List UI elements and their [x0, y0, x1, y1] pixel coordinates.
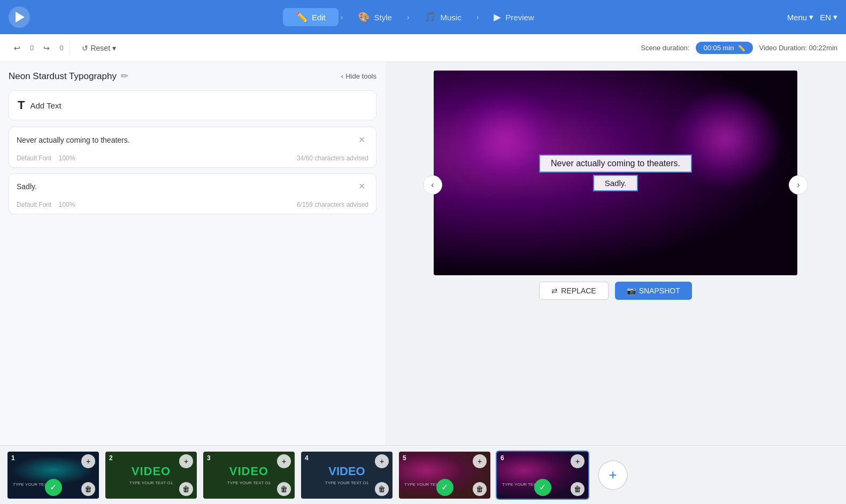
- video-duration: Video Duration: 00:22min: [759, 44, 837, 52]
- slide-4-number: 4: [305, 454, 309, 462]
- add-slide-button[interactable]: +: [598, 460, 628, 490]
- panel-header: Neon Stardust Typography ✏ ‹ Hide tools: [9, 71, 376, 82]
- menu-chevron-icon: ▾: [809, 12, 813, 22]
- snapshot-button[interactable]: 📷 SNAPSHOT: [615, 282, 692, 300]
- toolbar: ↩ 0 ↪ 0 ↺ Reset ▾ Scene duration: 00:05 …: [0, 34, 846, 62]
- slide-2-delete-button[interactable]: 🗑: [179, 482, 193, 496]
- slide-1-add-button[interactable]: +: [81, 454, 95, 468]
- pencil-icon: ✏️: [737, 44, 745, 52]
- text-entry-2-footer: Default Font 100% 6/159 characters advis…: [9, 199, 376, 214]
- music-icon: 🎵: [424, 11, 436, 23]
- hide-tools-label: Hide tools: [345, 72, 376, 80]
- preview-prev-button[interactable]: ‹: [423, 175, 442, 195]
- reset-icon: ↺: [82, 44, 88, 52]
- right-panel: Never actually coming to theaters. Sadly…: [385, 62, 846, 445]
- scene-duration-value: 00:05 min: [703, 44, 734, 52]
- nav-right: Menu ▾ EN ▾: [787, 12, 837, 22]
- slide-4-add-button[interactable]: +: [375, 454, 389, 468]
- add-text-header[interactable]: T Add Text: [18, 98, 367, 112]
- edit-icon: ✏️: [296, 11, 307, 23]
- text-entry-1-font-name: Default Font: [17, 154, 51, 162]
- edit-title-icon[interactable]: ✏: [121, 71, 128, 82]
- add-text-label: Add Text: [30, 101, 61, 110]
- scene-duration-label: Scene duration:: [641, 44, 689, 52]
- slide-6-delete-button[interactable]: 🗑: [571, 482, 584, 496]
- nav-step-edit[interactable]: ✏️ Edit: [283, 8, 339, 26]
- text-entry-2-font-name: Default Font: [17, 201, 51, 208]
- text-entry-2-font: Default Font 100%: [17, 201, 75, 208]
- panel-title-text: Neon Stardust Typography: [9, 71, 117, 82]
- replace-button[interactable]: ⇄ REPLACE: [539, 282, 608, 300]
- nav-step-edit-label: Edit: [312, 13, 326, 22]
- preview-text-line-2[interactable]: Sadly.: [593, 175, 639, 191]
- next-chevron-icon: ›: [797, 180, 799, 190]
- language-button[interactable]: EN ▾: [820, 12, 837, 22]
- chevron-icon-3: ›: [476, 13, 479, 21]
- lang-chevron-icon: ▾: [833, 12, 837, 22]
- preview-video: Never actually coming to theaters. Sadly…: [434, 71, 797, 275]
- add-text-box: T Add Text: [9, 90, 376, 120]
- preview-text-line-1[interactable]: Never actually coming to theaters.: [539, 154, 692, 173]
- slide-3-add-button[interactable]: +: [277, 454, 291, 468]
- lang-label: EN: [820, 13, 831, 22]
- text-entry-1-char-count: 34/60 characters advised: [297, 154, 368, 162]
- redo-icon: ↪: [43, 44, 50, 52]
- snapshot-icon: 📷: [627, 286, 636, 295]
- nav-step-preview[interactable]: ▶ Preview: [481, 8, 547, 26]
- slide-4-delete-button[interactable]: 🗑: [375, 482, 389, 496]
- slide-5-delete-button[interactable]: 🗑: [473, 482, 487, 496]
- text-entry-2-close-button[interactable]: ✕: [355, 180, 368, 192]
- preview-text-overlay: Never actually coming to theaters. Sadly…: [539, 154, 692, 191]
- redo-button[interactable]: ↪: [38, 41, 55, 56]
- reset-button[interactable]: ↺ Reset ▾: [76, 41, 121, 56]
- slide-2-label: VIDEO: [132, 464, 171, 478]
- text-entry-2-char-count: 6/159 characters advised: [297, 201, 368, 208]
- reset-chevron-icon: ▾: [112, 44, 116, 52]
- filmstrip-slide-1[interactable]: TYPE YOUR TEXT O... 1 + ✓ 🗑: [6, 451, 100, 500]
- scene-duration-badge[interactable]: 00:05 min ✏️: [696, 42, 752, 54]
- logo-icon: [16, 12, 25, 22]
- filmstrip-slide-5[interactable]: TYPE YOUR TEXT O... 5 + ✓ 🗑: [398, 451, 491, 500]
- text-entry-2-content[interactable]: Sadly.: [17, 182, 355, 191]
- style-icon: 🎨: [358, 11, 370, 23]
- text-entry-1-close-button[interactable]: ✕: [355, 134, 368, 146]
- slide-6-check: ✓: [534, 479, 551, 496]
- nav-step-music-label: Music: [440, 13, 461, 22]
- text-entry-1-top: Never actually coming to theaters. ✕: [9, 127, 376, 152]
- nav-step-style[interactable]: 🎨 Style: [345, 8, 404, 26]
- slide-2-text: TYPE YOUR TEXT O1: [129, 480, 173, 485]
- toolbar-right: Scene duration: 00:05 min ✏️ Video Durat…: [641, 42, 837, 54]
- text-entry-1: Never actually coming to theaters. ✕ Def…: [9, 127, 376, 168]
- filmstrip-slide-2[interactable]: VIDEO TYPE YOUR TEXT O1 2 + 🗑: [104, 451, 198, 500]
- logo[interactable]: [9, 6, 30, 28]
- replace-icon: ⇄: [551, 286, 558, 295]
- hide-tools-button[interactable]: ‹ Hide tools: [341, 72, 376, 80]
- toolbar-divider: [70, 42, 70, 55]
- text-entry-2: Sadly. ✕ Default Font 100% 6/159 charact…: [9, 173, 376, 214]
- top-navigation: ✏️ Edit › 🎨 Style › 🎵 Music › ▶ Preview …: [0, 0, 846, 34]
- preview-background: Never actually coming to theaters. Sadly…: [434, 71, 797, 275]
- filmstrip-slide-6[interactable]: TYPE YOUR TEXT O... 6 + ✓ 🗑: [496, 451, 589, 500]
- slide-3-delete-button[interactable]: 🗑: [277, 482, 291, 496]
- filmstrip-slide-3[interactable]: VIDEO TYPE YOUR TEXT O1 3 + 🗑: [202, 451, 296, 500]
- slide-1-delete-button[interactable]: 🗑: [81, 482, 95, 496]
- nav-step-style-label: Style: [374, 13, 391, 22]
- preview-next-button[interactable]: ›: [789, 175, 808, 195]
- filmstrip: TYPE YOUR TEXT O... 1 + ✓ 🗑 VIDEO TYPE Y…: [0, 445, 846, 504]
- redo-count: 0: [59, 44, 63, 52]
- menu-button[interactable]: Menu ▾: [787, 12, 814, 22]
- nav-step-music[interactable]: 🎵 Music: [411, 8, 474, 26]
- slide-3-label: VIDEO: [229, 464, 268, 478]
- slide-1-check: ✓: [45, 479, 62, 496]
- slide-5-add-button[interactable]: +: [473, 454, 487, 468]
- text-entry-1-content[interactable]: Never actually coming to theaters.: [17, 136, 355, 144]
- filmstrip-slide-4[interactable]: VIDEO TYPE YOUR TEXT O1 4 + 🗑: [300, 451, 394, 500]
- hide-chevron-icon: ‹: [341, 72, 343, 80]
- prev-chevron-icon: ‹: [431, 180, 434, 190]
- undo-button[interactable]: ↩: [9, 41, 26, 56]
- undo-icon: ↩: [14, 44, 20, 52]
- slide-2-add-button[interactable]: +: [179, 454, 193, 468]
- text-t-icon: T: [18, 98, 25, 112]
- slide-3-text: TYPE YOUR TEXT O1: [227, 480, 271, 485]
- slide-6-add-button[interactable]: +: [571, 454, 584, 468]
